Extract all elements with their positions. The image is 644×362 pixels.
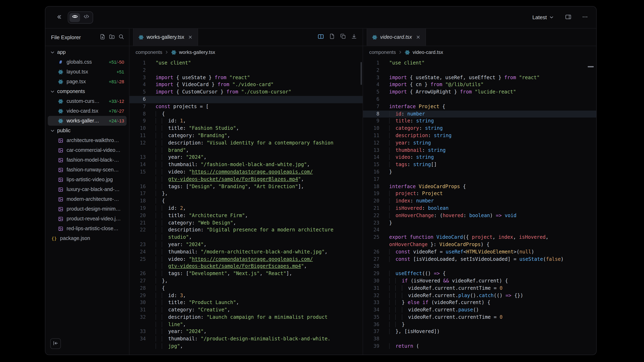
file-label: custom-curs… bbox=[66, 98, 106, 104]
tree-product-design-minim-[interactable]: product-design-minim… bbox=[48, 204, 126, 214]
file-icon[interactable] bbox=[329, 33, 335, 41]
tree-fashion-runway-scen-[interactable]: fashion-runway-scen… bbox=[48, 165, 126, 175]
line-number: 20 bbox=[130, 212, 146, 219]
preview-toggle-button[interactable] bbox=[70, 13, 80, 22]
search-button[interactable] bbox=[118, 34, 124, 41]
chevrons-left-icon bbox=[56, 14, 62, 21]
arrow-left-to-line-icon bbox=[53, 340, 58, 347]
code-line: 5import { ArrowUpRight } from "lucide-re… bbox=[363, 88, 596, 96]
chevron-down-icon bbox=[50, 50, 55, 54]
code-line: 24 thumbnail: "/modern-architecture-blac… bbox=[130, 248, 363, 256]
line-number: 19 bbox=[363, 190, 380, 198]
line-number: 9 bbox=[130, 118, 146, 125]
layout-panel-button[interactable] bbox=[564, 12, 573, 23]
tree-globals.css[interactable]: #globals.css+51/-50 bbox=[48, 57, 126, 67]
file-label: video-card.tsx bbox=[66, 108, 106, 114]
new-file-button[interactable] bbox=[100, 34, 105, 41]
tab-video-card[interactable]: video-card.tsx bbox=[367, 28, 426, 46]
tree-works-galler-[interactable]: works-galler…+24/-13 bbox=[48, 116, 126, 126]
line-number: 24 bbox=[363, 227, 380, 234]
close-icon[interactable] bbox=[188, 35, 193, 39]
line-number: 23 bbox=[363, 219, 380, 227]
file-label: architecture-walkthro… bbox=[66, 138, 124, 143]
tree-video-card.tsx[interactable]: video-card.tsx+76/-27 bbox=[48, 106, 126, 116]
copy-icon[interactable] bbox=[340, 33, 346, 41]
tree-luxury-car-black-and-[interactable]: luxury-car-black-and-… bbox=[48, 184, 126, 194]
code-toggle-button[interactable] bbox=[81, 13, 92, 22]
code-line: 18interface VideoCardProps { bbox=[363, 183, 596, 190]
breadcrumb-folder[interactable]: components bbox=[136, 49, 162, 55]
line-number: 2 bbox=[363, 67, 380, 74]
tab-bar-right: video-card.tsx bbox=[363, 28, 596, 46]
code-line: 28 { bbox=[130, 285, 363, 292]
image-icon bbox=[58, 216, 64, 221]
line-number: 33 bbox=[363, 299, 380, 307]
code-line: 13 year: "2024", bbox=[130, 154, 363, 161]
tree-components[interactable]: components bbox=[48, 86, 126, 96]
close-icon[interactable] bbox=[416, 35, 420, 39]
file-label: page.tsx bbox=[66, 79, 106, 84]
code-line: 15 tags: string[] bbox=[363, 161, 596, 169]
chevron-down-icon bbox=[50, 128, 55, 133]
more-options-button[interactable] bbox=[580, 12, 590, 23]
code-line: jpg", bbox=[130, 343, 363, 350]
breadcrumb-folder[interactable]: components bbox=[369, 49, 396, 55]
code-line: 35 videoRef.current.currentTime = 0 bbox=[363, 314, 596, 321]
download-icon[interactable] bbox=[351, 33, 357, 41]
tree-architecture-walkthro-[interactable]: architecture-walkthro… bbox=[48, 135, 126, 145]
new-folder-button[interactable] bbox=[109, 34, 115, 41]
line-number: 3 bbox=[363, 74, 380, 81]
code-line: 21 category: "Web Design", bbox=[130, 219, 363, 227]
tree-app[interactable]: app bbox=[48, 47, 126, 57]
line-number: 7 bbox=[363, 103, 380, 111]
line-number: 12 bbox=[130, 140, 146, 147]
code-line: 25 video: "https://commondatastorage.goo… bbox=[130, 256, 363, 263]
pane-video-card: video-card.tsx components video-card.tsx… bbox=[363, 28, 596, 355]
scrollbar-thumb[interactable] bbox=[360, 62, 362, 85]
line-number: 9 bbox=[363, 118, 380, 125]
scrollbar-thumb[interactable] bbox=[588, 66, 594, 67]
file-label: works-galler… bbox=[66, 118, 106, 124]
collapse-sidebar-button[interactable] bbox=[50, 338, 61, 349]
code-editor-works-gallery[interactable]: 1"use client"23import { useState } from … bbox=[130, 58, 363, 355]
tree-layout.tsx[interactable]: layout.tsx+51 bbox=[48, 67, 126, 77]
line-number: 15 bbox=[363, 161, 380, 169]
code-line: 11 category: "Branding", bbox=[130, 132, 363, 140]
code-line: 33 } else if (videoRef.current) { bbox=[363, 299, 596, 307]
line-number: 14 bbox=[363, 154, 380, 161]
tab-works-gallery[interactable]: works-gallery.tsx bbox=[133, 28, 198, 46]
collapse-panel-button[interactable] bbox=[54, 12, 64, 23]
tree-fashion-model-black-[interactable]: fashion-model-black-… bbox=[48, 155, 126, 165]
split-editor-icon[interactable] bbox=[318, 33, 324, 41]
toolbar-right: Latest bbox=[532, 12, 590, 23]
code-line: 1"use client" bbox=[363, 60, 596, 67]
breadcrumb-file[interactable]: works-gallery.tsx bbox=[179, 49, 215, 55]
tree-lips-artistic-video.jpg[interactable]: lips-artistic-video.jpg bbox=[48, 175, 126, 184]
tree-red-lips-artistic-close-[interactable]: red-lips-artistic-close… bbox=[48, 224, 126, 233]
tab-label: works-gallery.tsx bbox=[146, 34, 184, 40]
line-number: 22 bbox=[363, 212, 380, 219]
image-icon bbox=[58, 206, 64, 212]
code-line: 7interface Project { bbox=[363, 103, 596, 111]
code-line: 14 thumbnail: "/fashion-model-black-and-… bbox=[130, 161, 363, 169]
breadcrumb-file[interactable]: video-card.tsx bbox=[413, 49, 443, 55]
tree-modern-architecture-[interactable]: modern-architecture-… bbox=[48, 194, 126, 204]
line-number: 25 bbox=[130, 256, 146, 263]
tree-public[interactable]: public bbox=[48, 126, 126, 135]
tree-product-reveal-video.j-[interactable]: product-reveal-video.j… bbox=[48, 214, 126, 224]
code-line: 12 description: "Visual identity for a c… bbox=[130, 140, 363, 147]
tree-custom-curs-[interactable]: custom-curs…+33/-12 bbox=[48, 96, 126, 106]
code-line: 6 bbox=[130, 96, 363, 103]
react-icon bbox=[58, 79, 64, 84]
code-editor-video-card[interactable]: 1"use client"23import { useState, useRef… bbox=[363, 58, 596, 355]
tree-car-commercial-video-[interactable]: car-commercial-video… bbox=[48, 145, 126, 155]
tree-package.json[interactable]: {}package.json bbox=[48, 233, 126, 243]
line-number bbox=[130, 343, 146, 350]
code-line: 19 id: 2, bbox=[130, 205, 363, 212]
image-icon bbox=[58, 167, 64, 172]
code-line: 29 id: 3, bbox=[130, 292, 363, 299]
latest-dropdown[interactable]: Latest bbox=[532, 14, 556, 20]
tree-page.tsx[interactable]: page.tsx+81/-28 bbox=[48, 77, 126, 86]
code-line: 9 id: 1, bbox=[130, 118, 363, 125]
code-line: 10 category: string bbox=[363, 125, 596, 132]
